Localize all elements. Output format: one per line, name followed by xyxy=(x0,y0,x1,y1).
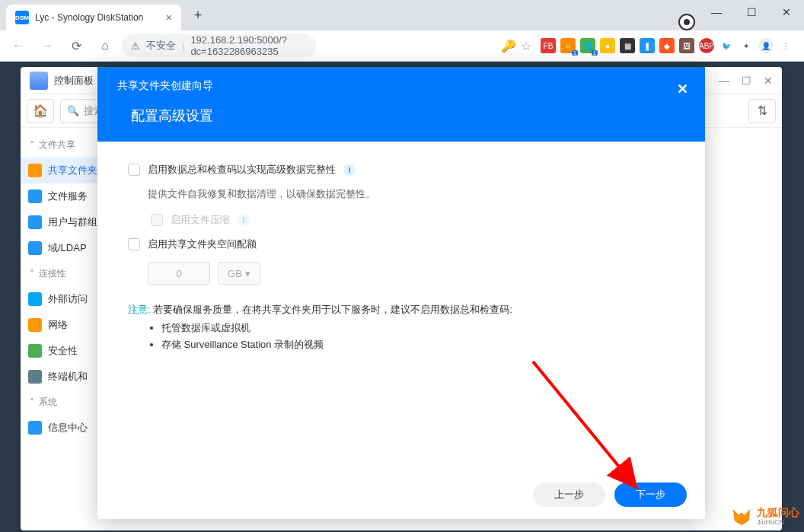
info-icon xyxy=(28,421,42,435)
dialog-subtitle: 配置高级设置 xyxy=(117,107,685,125)
option-compression: 启用文件压缩 i xyxy=(151,213,675,227)
prev-button[interactable]: 上一步 xyxy=(533,483,605,507)
address-bar: ← → ⟳ ⌂ ⚠ 不安全 | 192.168.2.190:5000/?dc=1… xyxy=(0,30,804,61)
star-icon[interactable]: ☆ xyxy=(521,39,531,53)
close-button[interactable]: ✕ xyxy=(764,75,773,87)
warning-icon: ⚠ xyxy=(131,40,140,52)
ext-icon[interactable]: ◆ xyxy=(659,38,675,53)
checkbox[interactable] xyxy=(128,238,140,250)
url-input[interactable]: ⚠ 不安全 | 192.168.2.190:5000/?dc=163228696… xyxy=(122,34,316,57)
note-item: 存储 Surveillance Station 录制的视频 xyxy=(161,338,675,352)
browser-tab[interactable]: DSM Lyc - Synology DiskStation × xyxy=(6,5,181,30)
dialog-header: 共享文件夹创建向导 配置高级设置 ✕ xyxy=(97,67,705,142)
sidebar-item-external-access[interactable]: 外部访问 xyxy=(21,286,104,312)
ext-icon[interactable]: 🖼 xyxy=(679,38,694,53)
incognito-badge xyxy=(678,14,695,30)
info-icon[interactable]: i xyxy=(238,214,250,226)
sidebar-item-shared-folder[interactable]: 共享文件夹 xyxy=(21,158,104,183)
note-label: 注意: xyxy=(128,304,151,315)
section-connectivity[interactable]: ˄连接性 xyxy=(21,261,104,286)
note-section: 注意: 若要确保服务质量，在将共享文件夹用于以下服务时，建议不启用数据总和检查码… xyxy=(128,303,675,352)
dialog-footer: 上一步 下一步 xyxy=(97,470,705,519)
minimize-button[interactable]: — xyxy=(699,0,734,24)
external-icon xyxy=(28,292,42,306)
new-tab-button[interactable]: + xyxy=(187,5,209,26)
maximize-button[interactable]: ☐ xyxy=(742,75,751,87)
chevron-up-icon: ˄ xyxy=(30,397,34,408)
services-icon xyxy=(28,190,42,203)
forward-button[interactable]: → xyxy=(35,33,59,58)
security-label: 不安全 xyxy=(146,39,176,53)
sidebar: ˄文件共享 共享文件夹 文件服务 用户与群组 域/LDAP ˄连接性 外部访问 … xyxy=(21,128,104,441)
folder-icon xyxy=(28,164,42,177)
chevron-up-icon: ˄ xyxy=(30,269,34,279)
dialog-title: 共享文件夹创建向导 xyxy=(117,79,685,93)
reload-button[interactable]: ⟳ xyxy=(64,33,88,58)
terminal-icon xyxy=(28,370,42,384)
minimize-button[interactable]: — xyxy=(719,75,729,87)
browser-chrome: DSM Lyc - Synology DiskStation × + — ☐ ✕… xyxy=(0,0,804,62)
wizard-dialog: 共享文件夹创建向导 配置高级设置 ✕ 启用数据总和检查码以实现高级数据完整性 i… xyxy=(97,67,705,519)
search-icon: 🔍 xyxy=(67,105,79,116)
quota-input xyxy=(148,262,210,285)
sidebar-item-security[interactable]: 安全性 xyxy=(21,338,104,364)
ext-icon[interactable]: ▦ xyxy=(620,38,635,53)
ldap-icon xyxy=(28,241,42,255)
info-icon[interactable]: i xyxy=(343,164,356,176)
ext-icon[interactable]: 🌐1 xyxy=(580,38,595,53)
option-quota[interactable]: 启用共享文件夹空间配额 xyxy=(128,237,675,251)
ext-icon[interactable]: ○1 xyxy=(560,38,576,53)
ext-icon[interactable]: FB xyxy=(541,38,556,53)
window-controls: — ☐ ✕ xyxy=(699,0,804,24)
checkbox[interactable] xyxy=(128,164,140,176)
watermark: 九狐问心 JiuHuCN xyxy=(731,506,799,527)
extension-icons: FB ○1 🌐1 ● ▦ ❚ ◆ 🖼 ABP 🐦 ✦ 👤 ⋮ xyxy=(536,38,798,53)
checkbox xyxy=(151,214,163,226)
quota-unit-select: GB▾ xyxy=(218,262,260,285)
chevron-down-icon: ▾ xyxy=(245,268,250,279)
ext-icon[interactable]: 🐦 xyxy=(719,38,734,53)
sidebar-item-terminal[interactable]: 终端机和 xyxy=(21,364,104,390)
back-button[interactable]: ← xyxy=(6,33,30,58)
maximize-button[interactable]: ☐ xyxy=(734,0,769,24)
quota-controls: GB▾ xyxy=(148,262,675,285)
extensions-button[interactable]: ✦ xyxy=(739,38,754,53)
sidebar-item-domain-ldap[interactable]: 域/LDAP xyxy=(21,235,104,261)
home-button[interactable]: 🏠 xyxy=(27,99,54,123)
ext-icon[interactable]: ❚ xyxy=(640,38,655,53)
chevron-up-icon: ˄ xyxy=(30,140,34,151)
favicon: DSM xyxy=(15,11,29,24)
fox-icon xyxy=(731,506,752,527)
sidebar-item-info-center[interactable]: 信息中心 xyxy=(21,415,104,441)
sidebar-item-user-group[interactable]: 用户与群组 xyxy=(21,209,104,235)
key-icon[interactable]: 🔑 xyxy=(501,39,516,53)
home-button[interactable]: ⌂ xyxy=(93,33,117,58)
sidebar-item-file-services[interactable]: 文件服务 xyxy=(21,183,104,209)
control-panel-icon xyxy=(30,72,48,90)
ext-icon[interactable]: ● xyxy=(600,38,615,53)
users-icon xyxy=(28,215,42,229)
profile-button[interactable]: 👤 xyxy=(758,38,774,53)
close-button[interactable]: ✕ xyxy=(677,81,688,97)
close-button[interactable]: ✕ xyxy=(769,0,804,24)
close-icon[interactable]: × xyxy=(166,11,172,24)
section-system[interactable]: ˄系统 xyxy=(21,390,104,415)
note-item: 托管数据库或虚拟机 xyxy=(161,321,675,335)
shield-icon xyxy=(28,344,42,358)
option-checksum[interactable]: 启用数据总和检查码以实现高级数据完整性 i xyxy=(128,163,675,177)
ext-icon[interactable]: ABP xyxy=(699,38,714,53)
dialog-content: 启用数据总和检查码以实现高级数据完整性 i 提供文件自我修复和数据清理，以确保数… xyxy=(97,142,705,470)
checksum-description: 提供文件自我修复和数据清理，以确保数据完整性。 xyxy=(148,187,675,201)
sort-button[interactable]: ⇅ xyxy=(748,99,776,123)
tab-title: Lyc - Synology DiskStation xyxy=(35,12,160,23)
network-icon xyxy=(28,318,42,332)
url-text: 192.168.2.190:5000/?dc=1632286963235 xyxy=(190,34,307,57)
next-button[interactable]: 下一步 xyxy=(614,483,687,507)
sidebar-item-network[interactable]: 网络 xyxy=(21,312,104,338)
menu-button[interactable]: ⋮ xyxy=(778,38,793,53)
section-file-sharing[interactable]: ˄文件共享 xyxy=(21,132,104,158)
